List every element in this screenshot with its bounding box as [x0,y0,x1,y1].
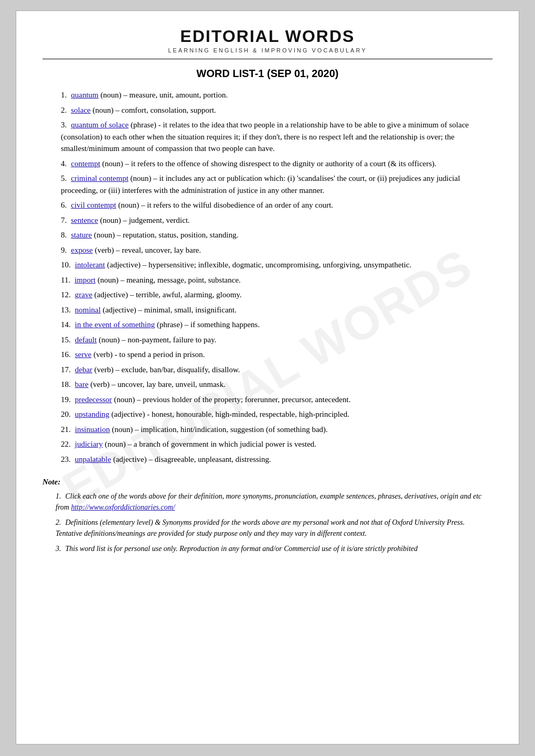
word-definition: (noun) – meaning, message, point, substa… [95,276,241,284]
site-title: EDITORIAL WORDS [42,27,493,46]
word-link[interactable]: stature [71,231,92,239]
word-link[interactable]: bare [75,380,89,388]
word-definition: (noun) – previous holder of the property… [112,395,351,404]
word-link[interactable]: civil contempt [71,201,116,209]
word-definition: (noun) – it refers to the offence of sho… [100,159,436,168]
header-divider [42,59,493,59]
note-item: Click each one of the words above for th… [53,491,493,513]
list-item: quantum of solace (phrase) - it relates … [58,119,493,155]
word-link[interactable]: sentence [71,216,98,224]
word-definition: (adjective) – disagreeable, unpleasant, … [111,455,271,463]
word-link[interactable]: expose [71,246,93,254]
word-definition: (verb) – exclude, ban/bar, disqualify, d… [92,365,240,374]
word-link[interactable]: import [74,276,95,284]
header: EDITORIAL WORDS LEARNING ENGLISH & IMPRO… [42,27,493,53]
word-list: quantum (noun) – measure, unit, amount, … [42,89,493,465]
word-link[interactable]: criminal contempt [71,174,129,182]
word-definition: (noun) – comfort, consolation, support. [91,106,216,114]
list-item: grave (adjective) – terrible, awful, ala… [58,289,493,301]
site-subtitle: LEARNING ENGLISH & IMPROVING VOCABULARY [42,47,493,53]
note-item: Definitions (elementary level) & Synonym… [53,517,493,539]
note-list: Click each one of the words above for th… [42,491,493,554]
note-section: Note: Click each one of the words above … [42,478,493,554]
list-item: debar (verb) – exclude, ban/bar, disqual… [58,364,493,376]
word-definition: (noun) – a branch of government in which… [103,440,316,448]
list-item: bare (verb) – uncover, lay bare, unveil,… [58,379,493,391]
word-definition: (phrase) – if something happens. [155,320,260,329]
word-definition: (adjective) – terrible, awful, alarming,… [92,290,242,299]
word-definition: (adjective) – hypersensitive; inflexible… [105,261,411,269]
word-definition: (adjective) – minimal, small, insignific… [101,306,237,314]
word-definition: (noun) – judgement, verdict. [98,216,190,224]
list-item: intolerant (adjective) – hypersensitive;… [58,259,493,271]
word-link[interactable]: nominal [75,306,101,314]
word-link[interactable]: predecessor [75,395,112,404]
word-link[interactable]: unpalatable [75,455,111,463]
word-definition: (noun) – implication, hint/indication, s… [110,425,327,434]
word-link[interactable]: quantum of solace [71,121,129,129]
note-link[interactable]: http://www.oxforddictionaries.com/ [71,503,175,511]
word-link[interactable]: grave [75,290,92,299]
word-link[interactable]: serve [75,350,92,359]
list-item: import (noun) – meaning, message, point,… [58,274,493,286]
list-item: predecessor (noun) – previous holder of … [58,394,493,406]
word-link[interactable]: debar [75,365,92,374]
word-link[interactable]: judiciary [75,440,103,448]
word-link[interactable]: quantum [71,91,99,99]
word-definition: (verb) – reveal, uncover, lay bare. [93,246,201,254]
list-item: judiciary (noun) – a branch of governmen… [58,438,493,450]
note-label: Note: [42,478,493,487]
page: EDITORIAL WORDS EDITORIAL WORDS LEARNING… [16,10,519,744]
list-item: nominal (adjective) – minimal, small, in… [58,304,493,316]
list-item: in the event of something (phrase) – if … [58,319,493,331]
word-definition: (noun) – reputation, status, position, s… [92,231,238,239]
list-item: serve (verb) - to spend a period in pris… [58,349,493,361]
word-definition: (verb) - to spend a period in prison. [91,350,205,359]
word-link[interactable]: solace [71,106,90,114]
list-item: default (noun) – non-payment, failure to… [58,334,493,346]
list-item: stature (noun) – reputation, status, pos… [58,229,493,241]
list-item: criminal contempt (noun) – it includes a… [58,172,493,196]
list-item: insinuation (noun) – implication, hint/i… [58,424,493,436]
list-item: unpalatable (adjective) – disagreeable, … [58,453,493,466]
list-item: quantum (noun) – measure, unit, amount, … [58,89,493,101]
note-item: This word list is for personal use only.… [53,543,493,554]
word-definition: (noun) – measure, unit, amount, portion. [99,91,228,99]
word-link[interactable]: default [75,336,97,344]
word-link[interactable]: contempt [71,159,100,168]
list-item: sentence (noun) – judgement, verdict. [58,214,493,226]
list-item: expose (verb) – reveal, uncover, lay bar… [58,244,493,256]
page-title: WORD LIST-1 (SEP 01, 2020) [42,68,493,80]
word-definition: (noun) – non-payment, failure to pay. [97,336,216,344]
word-definition: (noun) – it refers to the wilful disobed… [116,201,333,209]
list-item: contempt (noun) – it refers to the offen… [58,158,493,170]
word-link[interactable]: insinuation [75,425,110,434]
list-item: civil contempt (noun) – it refers to the… [58,199,493,211]
list-item: solace (noun) – comfort, consolation, su… [58,104,493,116]
word-link[interactable]: in the event of something [75,320,155,329]
word-definition: (adjective) - honest, honourable, high-m… [110,410,349,418]
word-link[interactable]: upstanding [75,410,110,418]
list-item: upstanding (adjective) - honest, honoura… [58,408,493,420]
word-link[interactable]: intolerant [75,261,105,269]
word-definition: (verb) – uncover, lay bare, unveil, unma… [89,380,226,388]
